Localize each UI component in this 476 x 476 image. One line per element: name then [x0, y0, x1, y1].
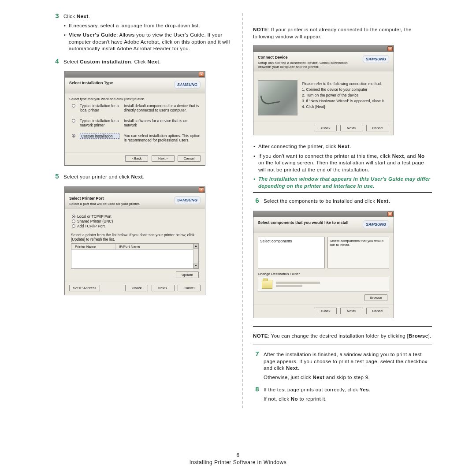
scroll-down-icon[interactable]: ▼ [193, 264, 198, 268]
bullet-after-connect: After connecting the printer, click Next… [258, 143, 432, 150]
note-browse: NOTE: You can change the desired install… [253, 333, 432, 340]
back-button[interactable]: <Back [125, 285, 148, 291]
next-button[interactable]: Next> [340, 125, 363, 131]
note-not-connected: NOTE: If your printer is not already con… [253, 26, 432, 40]
components-description: Select components that you would like to… [327, 237, 389, 268]
radio-custom[interactable] [72, 134, 75, 138]
cancel-button[interactable]: Cancel [178, 285, 201, 291]
step-7-number: 7 [253, 350, 264, 383]
scroll-up-icon[interactable]: ▲ [193, 244, 198, 249]
dialog-title: Connect Device [258, 55, 288, 60]
cancel-button[interactable]: Cancel [366, 125, 389, 131]
radio-local-port[interactable] [72, 215, 75, 218]
scrollbar[interactable]: ▲ ▼ [193, 244, 198, 268]
update-button[interactable]: Update [176, 271, 199, 278]
samsung-logo: SAMSUNG [174, 196, 201, 204]
radio-typical-local[interactable] [72, 104, 75, 108]
horizontal-rule [253, 192, 432, 193]
horizontal-rule [253, 326, 432, 327]
col-ip-port: IP/Port Name [115, 244, 198, 249]
folder-icon [262, 280, 272, 289]
bullet-skip-connect: If you don't want to connect the printer… [258, 153, 432, 174]
set-ip-button[interactable]: Set IP Address [69, 285, 100, 291]
close-icon[interactable]: × [387, 212, 393, 216]
col-printer-name: Printer Name [71, 244, 115, 249]
radio-add-tcpip[interactable] [72, 224, 75, 228]
dialog-title: Select Printer Port [69, 196, 104, 201]
step-6-number: 6 [253, 197, 264, 207]
cancel-button[interactable]: Cancel [178, 155, 201, 162]
step-3-bullet-2: View User's Guide: Allows you to view th… [69, 32, 232, 52]
radio-typical-network[interactable] [72, 119, 75, 123]
close-icon[interactable]: × [199, 187, 204, 192]
right-column: NOTE: If your printer is not already con… [253, 13, 432, 408]
back-button[interactable]: <Back [314, 308, 337, 314]
path-placeholder [276, 281, 320, 288]
connection-steps: Please refer to the following connection… [302, 80, 389, 115]
next-button[interactable]: Next> [340, 308, 363, 314]
close-icon[interactable]: × [387, 46, 393, 51]
dialog-title: Select Installation Type [69, 81, 113, 85]
printer-list[interactable]: Printer Name IP/Port Name ▲ ▼ [71, 243, 199, 269]
bullet-window-may-differ: The installation window that appears in … [258, 176, 432, 190]
next-button[interactable]: Next> [152, 155, 175, 162]
page-footer: 6 Installing Printer Software in Windows [0, 452, 476, 465]
step-8-number: 8 [253, 385, 264, 405]
step-8-line: If the test page prints out correctly, c… [264, 387, 432, 394]
port-instruction: Select a printer from the list below. If… [71, 233, 199, 242]
dialog-install-type: × Select Installation Type SAMSUNG Selec… [64, 71, 205, 166]
cancel-button[interactable]: Cancel [366, 308, 389, 314]
step-3-line: Click Next. [63, 13, 232, 20]
page-number: 6 [0, 452, 476, 458]
step-7-line: After the installation is finished, a wi… [264, 351, 432, 372]
close-icon[interactable]: × [199, 72, 204, 77]
samsung-logo: SAMSUNG [363, 55, 389, 63]
horizontal-rule [253, 345, 432, 345]
left-column: 3 Click Next. If necessary, select a lan… [53, 13, 232, 408]
browse-button[interactable]: Browse [364, 294, 387, 301]
step-8-line-2: If not, click No to reprint it. [264, 396, 432, 403]
samsung-logo: SAMSUNG [363, 220, 389, 228]
step-5-line: Select your printer and click Next. [63, 174, 232, 181]
step-3-number: 3 [53, 12, 63, 55]
dialog-title: Select components that you would like to… [258, 220, 349, 225]
next-button[interactable]: Next> [152, 285, 175, 291]
step-6-line: Select the components to be installed an… [264, 198, 432, 205]
back-button[interactable]: <Back [125, 155, 148, 162]
samsung-logo: SAMSUNG [174, 81, 201, 89]
step-7-line-2: Otherwise, just click Next and skip to s… [264, 374, 432, 381]
step-5-number: 5 [53, 172, 63, 183]
footer-title: Installing Printer Software in Windows [0, 459, 476, 465]
dialog-connect-device: × Connect Device Setup can not find a co… [253, 45, 394, 135]
connection-image [258, 80, 298, 115]
radio-shared-unc[interactable] [72, 219, 75, 223]
components-list[interactable]: Select components [258, 237, 325, 268]
dialog-instruction: Select type that you want and click [Nex… [69, 97, 201, 101]
step-4-line: Select Custom installation. Click Next. [63, 59, 232, 66]
step-3-bullet-1: If necessary, select a language from the… [69, 22, 232, 30]
step-4-number: 4 [53, 57, 63, 68]
destination-label: Change Destination Folder [258, 272, 389, 276]
back-button[interactable]: <Back [314, 125, 337, 131]
column-divider [242, 13, 243, 408]
dialog-printer-port: × Select Printer Port Select a port that… [64, 186, 205, 295]
dialog-select-components: × Select components that you would like … [253, 211, 394, 318]
